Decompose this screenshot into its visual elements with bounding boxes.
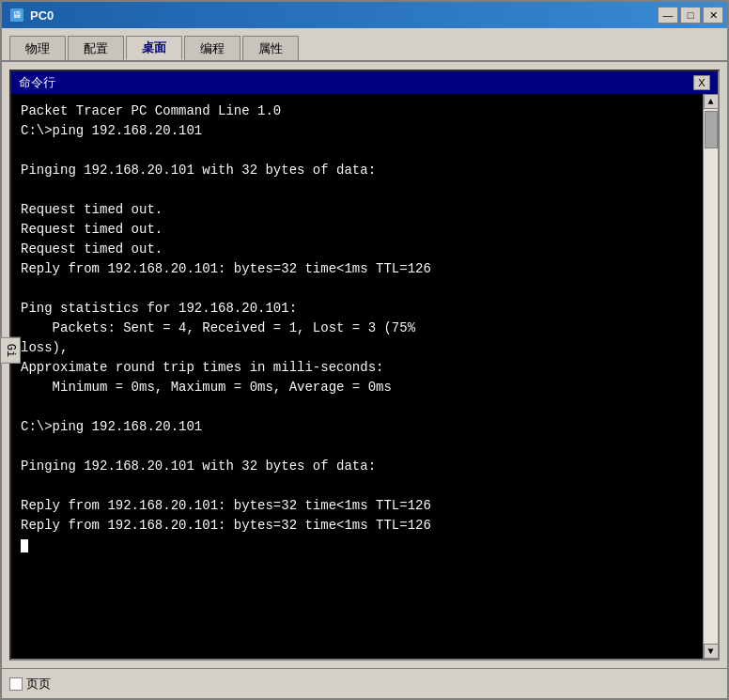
scroll-up-arrow[interactable]: ▲: [704, 94, 719, 109]
tab-biancheng[interactable]: 编程: [184, 36, 240, 60]
window-title: PC0: [30, 8, 54, 23]
tab-shuxing[interactable]: 属性: [242, 36, 299, 60]
title-bar-left: 🖥 PC0: [9, 8, 54, 23]
bottom-checkbox[interactable]: [9, 677, 23, 691]
content-area: 命令行 X Packet Tracer PC Command Line 1.0 …: [2, 62, 727, 668]
minimize-button[interactable]: —: [658, 7, 678, 23]
sidebar-indicator[interactable]: Gi: [0, 336, 21, 363]
terminal-cursor: [21, 539, 28, 552]
scroll-down-arrow[interactable]: ▼: [704, 644, 719, 659]
bottom-bar: 页页: [2, 668, 727, 698]
tab-peizhi[interactable]: 配置: [68, 36, 124, 60]
maximize-button[interactable]: □: [680, 7, 701, 23]
window-icon: 🖥: [9, 8, 24, 23]
tab-wuli[interactable]: 物理: [9, 36, 66, 60]
cmd-close-button[interactable]: X: [693, 75, 710, 90]
title-controls: — □ ✕: [658, 7, 723, 23]
bottom-label: 页页: [26, 676, 51, 692]
title-bar: 🖥 PC0 — □ ✕: [2, 2, 727, 28]
cmd-title-bar: 命令行 X: [11, 71, 718, 94]
close-button[interactable]: ✕: [703, 7, 723, 23]
cmd-panel: 命令行 X Packet Tracer PC Command Line 1.0 …: [9, 70, 720, 661]
checkbox-area: 页页: [9, 676, 51, 692]
tab-bar: 物理 配置 桌面 编程 属性: [2, 28, 727, 62]
terminal[interactable]: Packet Tracer PC Command Line 1.0 C:\>pi…: [11, 94, 703, 659]
scroll-thumb[interactable]: [705, 111, 718, 148]
cmd-title-text: 命令行: [19, 74, 55, 91]
vertical-scrollbar: ▲ ▼: [703, 94, 718, 659]
terminal-wrapper: Packet Tracer PC Command Line 1.0 C:\>pi…: [11, 94, 718, 659]
tab-zhuomian[interactable]: 桌面: [126, 36, 182, 60]
main-window: 🖥 PC0 — □ ✕ 物理 配置 桌面 编程 属性 命令行 X Packet …: [0, 0, 729, 700]
scroll-track[interactable]: [704, 109, 719, 644]
